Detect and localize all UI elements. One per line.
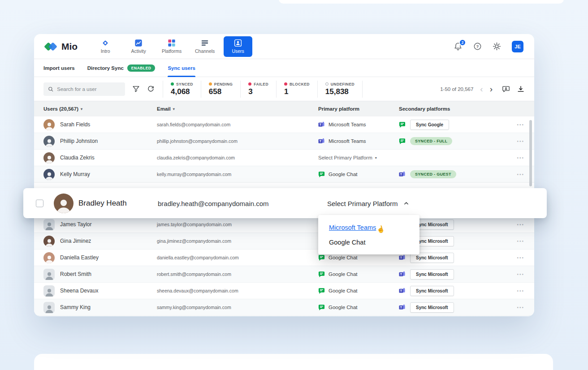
google-icon	[318, 304, 325, 311]
tab-sync-users[interactable]: Sync users	[168, 59, 195, 77]
sync-button[interactable]: Sync Google	[410, 120, 449, 130]
table-row[interactable]: Phillip Johnston phillip.johnston@compan…	[34, 133, 534, 150]
row-menu-icon[interactable]: •••	[517, 122, 524, 127]
feedback-button[interactable]	[502, 85, 510, 93]
row-menu-icon[interactable]: •••	[517, 272, 524, 277]
platforms-icon	[168, 39, 176, 47]
selected-user-row[interactable]: Bradley Heath bradley.heath@companydomai…	[23, 188, 547, 218]
column-header-email[interactable]: Email ▾	[157, 106, 318, 112]
row-menu-icon[interactable]: •••	[517, 255, 524, 260]
settings-button[interactable]	[493, 42, 501, 51]
dropdown-option-google-chat[interactable]: Google Chat	[318, 235, 419, 250]
google-icon	[318, 271, 325, 278]
refresh-icon	[147, 85, 155, 93]
table-row[interactable]: Claudia Zekris claudia.zekris@companydom…	[34, 150, 534, 166]
status-dot	[248, 82, 251, 86]
chevron-up-icon	[403, 200, 409, 206]
table-row[interactable]: Sammy King sammy.king@companydomain.com …	[34, 299, 534, 316]
google-icon	[399, 138, 406, 145]
table-row[interactable]: Daniella Eastley daniella.eastley@compan…	[34, 250, 534, 266]
nav-label: Activity	[131, 48, 146, 54]
stat-blocked: BLOCKED 1	[276, 81, 317, 98]
stat-value: 3	[248, 87, 268, 96]
refresh-button[interactable]	[147, 85, 155, 93]
tab-directory-sync[interactable]: Directory Sync ENABLED	[87, 59, 156, 77]
teams-icon	[399, 288, 406, 294]
select-primary-platform[interactable]: Select Primary Platform	[327, 199, 409, 207]
sync-button[interactable]: Sync Microsoft	[410, 286, 454, 296]
help-button[interactable]: ?	[473, 42, 482, 51]
column-header-users[interactable]: Users (20,567) ▾	[34, 106, 157, 112]
filter-button[interactable]	[132, 85, 140, 93]
stat-pending: PENDING 658	[201, 81, 241, 98]
secondary-platform-cell: Sync Microsoft	[399, 269, 500, 280]
user-avatar	[43, 252, 55, 263]
select-label: Select Primary Platform	[318, 155, 372, 160]
user-avatar	[43, 285, 55, 297]
row-menu-icon[interactable]: •••	[517, 305, 524, 310]
table-row[interactable]: Kelly Murray kelly.murray@companydomain.…	[34, 166, 534, 183]
nav-item-platforms[interactable]: Platforms	[157, 36, 186, 57]
table-row[interactable]: Sarah Fields sarah.fields@companydomain.…	[34, 116, 534, 133]
row-menu-icon[interactable]: •••	[517, 155, 524, 160]
vertical-scrollbar[interactable]	[529, 120, 532, 186]
mio-logo[interactable]: Mio	[45, 41, 78, 52]
sub-tabs: Import users Directory Sync ENABLED Sync…	[34, 59, 534, 77]
brand-name: Mio	[61, 41, 78, 52]
primary-platform-label: Microsoft Teams	[329, 138, 366, 144]
nav-item-activity[interactable]: Activity	[124, 36, 153, 57]
person-icon	[55, 197, 73, 213]
top-navigation: Mio Intro Activity Platforms Channels	[34, 34, 534, 59]
google-icon	[318, 288, 325, 294]
user-email: robert.smith@companydomain.com	[157, 271, 318, 277]
row-menu-icon[interactable]: •••	[517, 222, 524, 227]
tab-label: Import users	[43, 65, 75, 71]
row-menu-icon[interactable]: •••	[517, 172, 524, 177]
caret-down-icon: ▾	[81, 107, 82, 111]
table-row[interactable]: James Taylor james.taylor@companydomain.…	[34, 216, 534, 233]
user-email: sheena.devaux@companydomain.com	[157, 288, 318, 293]
row-checkbox[interactable]	[36, 199, 43, 207]
row-menu-icon[interactable]: •••	[517, 139, 524, 144]
primary-platform-cell: Google Chat	[318, 271, 399, 278]
row-menu-icon[interactable]: •••	[517, 239, 524, 244]
secondary-platform-cell: Sync Microsoft	[399, 302, 500, 313]
google-icon	[399, 121, 406, 128]
user-email: claudia.zekris@companydomain.com	[157, 155, 318, 160]
select-primary-platform[interactable]: Select Primary Platform▾	[318, 155, 377, 160]
search-input[interactable]	[57, 86, 121, 92]
user-name: Kelly Murray	[60, 171, 90, 177]
nav-item-channels[interactable]: Channels	[190, 36, 219, 57]
row-menu-icon[interactable]: •••	[517, 288, 524, 293]
user-name: Robert Smith	[60, 271, 91, 277]
status-dot	[171, 82, 174, 86]
user-avatar	[43, 302, 55, 313]
search-box[interactable]	[43, 82, 125, 96]
option-label: Google Chat	[329, 239, 365, 246]
pagination-label: 1-50 of 20,567	[440, 86, 473, 92]
next-page-button[interactable]: ›	[490, 85, 493, 93]
table-row[interactable]: Sheena Devaux sheena.devaux@companydomai…	[34, 283, 534, 299]
notifications-button[interactable]: 2	[454, 42, 463, 51]
dropdown-option-microsoft-teams[interactable]: Microsoft Teams☝	[318, 220, 419, 235]
primary-platform-cell: Google Chat	[318, 304, 399, 311]
caret-down-icon: ▾	[173, 107, 175, 111]
background-shape	[279, 0, 564, 4]
table-row[interactable]: Robert Smith robert.smith@companydomain.…	[34, 266, 534, 283]
nav-item-intro[interactable]: Intro	[91, 36, 120, 57]
stat-value: 658	[209, 87, 233, 96]
tab-import-users[interactable]: Import users	[43, 59, 75, 77]
primary-platform-label: Google Chat	[329, 305, 358, 310]
sync-stats: SYNCED 4,068 PENDING 658 FAILED 3 BLOCKE…	[163, 81, 363, 98]
prev-page-button[interactable]: ‹	[480, 85, 483, 93]
help-icon: ?	[473, 42, 482, 51]
nav-item-users[interactable]: Users	[224, 36, 252, 57]
option-label: Microsoft Teams	[329, 224, 376, 231]
toolbar-right: 1-50 of 20,567 ‹ ›	[440, 85, 525, 93]
table-row[interactable]: Gina Jiminez gina.jiminez@companydomain.…	[34, 233, 534, 250]
account-avatar[interactable]: JE	[512, 41, 523, 52]
sync-button[interactable]: Sync Microsoft	[410, 269, 454, 280]
sync-button[interactable]: Sync Microsoft	[410, 302, 454, 313]
download-button[interactable]	[517, 85, 525, 93]
user-avatar	[43, 119, 55, 130]
